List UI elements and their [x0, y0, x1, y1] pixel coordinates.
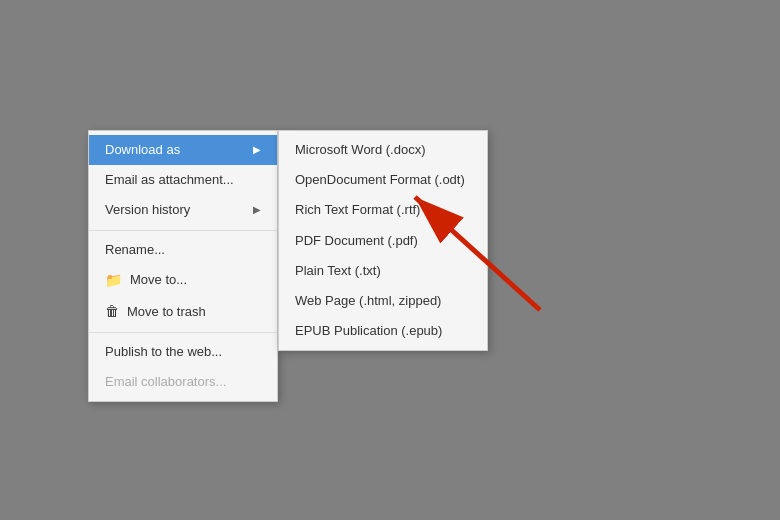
menu-item-version-history[interactable]: Version history ▶: [89, 195, 277, 225]
menu-item-docx-label: Microsoft Word (.docx): [295, 141, 426, 159]
menu-item-epub-label: EPUB Publication (.epub): [295, 322, 442, 340]
trash-icon: 🗑: [105, 302, 119, 322]
menu-item-download-as[interactable]: Download as ▶: [89, 135, 277, 165]
menu-item-version-history-label: Version history: [105, 201, 190, 219]
menu-item-move-to-trash[interactable]: 🗑 Move to trash: [89, 296, 277, 328]
menu-item-email-attachment-label: Email as attachment...: [105, 171, 234, 189]
primary-menu: Download as ▶ Email as attachment... Ver…: [88, 130, 278, 402]
menu-item-rtf-label: Rich Text Format (.rtf): [295, 201, 420, 219]
menu-item-publish-web-label: Publish to the web...: [105, 343, 222, 361]
separator-1: [89, 230, 277, 231]
version-history-arrow-icon: ▶: [253, 203, 261, 217]
menu-item-download-as-label: Download as: [105, 141, 180, 159]
menu-item-odt-label: OpenDocument Format (.odt): [295, 171, 465, 189]
menu-item-move-to-trash-label: Move to trash: [127, 303, 261, 321]
folder-icon: 📁: [105, 271, 122, 291]
menu-item-email-collaborators: Email collaborators...: [89, 367, 277, 397]
menu-item-publish-web[interactable]: Publish to the web...: [89, 337, 277, 367]
context-menu: Download as ▶ Email as attachment... Ver…: [88, 130, 488, 402]
menu-item-move-to-label: Move to...: [130, 271, 261, 289]
menu-item-email-attachment[interactable]: Email as attachment...: [89, 165, 277, 195]
menu-item-html[interactable]: Web Page (.html, zipped): [279, 286, 487, 316]
menu-item-rename[interactable]: Rename...: [89, 235, 277, 265]
menu-item-email-collaborators-label: Email collaborators...: [105, 373, 226, 391]
menu-item-txt-label: Plain Text (.txt): [295, 262, 381, 280]
menu-item-rtf[interactable]: Rich Text Format (.rtf): [279, 195, 487, 225]
menu-item-txt[interactable]: Plain Text (.txt): [279, 256, 487, 286]
secondary-menu-download-as: Microsoft Word (.docx) OpenDocument Form…: [278, 130, 488, 351]
menu-item-pdf-label: PDF Document (.pdf): [295, 232, 418, 250]
separator-2: [89, 332, 277, 333]
menu-item-html-label: Web Page (.html, zipped): [295, 292, 441, 310]
submenu-arrow-icon: ▶: [253, 143, 261, 157]
menu-item-docx[interactable]: Microsoft Word (.docx): [279, 135, 487, 165]
menu-item-rename-label: Rename...: [105, 241, 165, 259]
menu-item-move-to[interactable]: 📁 Move to...: [89, 265, 277, 297]
menu-item-pdf[interactable]: PDF Document (.pdf): [279, 226, 487, 256]
menu-item-epub[interactable]: EPUB Publication (.epub): [279, 316, 487, 346]
menu-item-odt[interactable]: OpenDocument Format (.odt): [279, 165, 487, 195]
